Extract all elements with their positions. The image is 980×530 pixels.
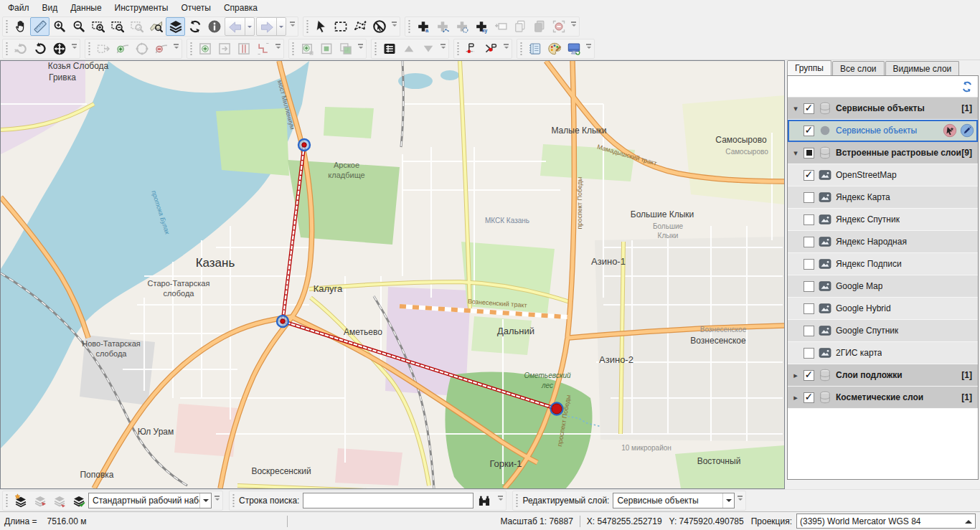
layer-checkbox[interactable] xyxy=(804,192,814,203)
topology-snap-end-button[interactable] xyxy=(481,39,501,58)
workset-select[interactable]: Стандартный рабочий набор xyxy=(88,493,212,508)
toolbar-overflow-icon[interactable] xyxy=(274,41,282,57)
toolbar-grip[interactable] xyxy=(5,19,9,34)
layer-checkbox[interactable] xyxy=(804,170,814,181)
layer-row[interactable]: Google Спутник xyxy=(788,320,978,342)
toolbar-overflow-icon[interactable] xyxy=(496,493,504,508)
layer-row[interactable]: Google Hybrid xyxy=(788,298,978,320)
edit-layer-icon[interactable] xyxy=(960,123,974,138)
layer-row[interactable]: Яндекс Карта xyxy=(788,186,978,209)
layer-row[interactable]: Яндекс Спутник xyxy=(788,209,978,231)
toolbar-overflow-icon[interactable] xyxy=(736,493,744,508)
select-by-polygon-button[interactable] xyxy=(350,17,369,36)
toolbar-overflow-icon[interactable] xyxy=(357,41,364,57)
create-object-by-coordinates-button[interactable] xyxy=(471,17,491,36)
style-editor-button[interactable] xyxy=(545,39,564,58)
zoom-in-rect-button[interactable] xyxy=(88,17,108,36)
menu-item[interactable]: Данные xyxy=(64,1,108,15)
toolbar-overflow-icon[interactable] xyxy=(502,41,510,57)
chevron-down-icon[interactable] xyxy=(722,493,734,508)
layer-row[interactable]: 2ГИС карта xyxy=(788,342,978,364)
highlight-objects-icon[interactable] xyxy=(943,123,957,138)
menu-item[interactable]: Справка xyxy=(217,1,264,15)
layer-checkbox[interactable] xyxy=(804,348,814,359)
layer-group-row[interactable]: ▾Встроенные растровые слои[9] xyxy=(788,142,978,164)
layer-checkbox[interactable] xyxy=(804,103,814,114)
expander-icon[interactable]: ▾ xyxy=(790,104,801,113)
layer-checkbox[interactable] xyxy=(804,326,814,336)
toolbar-overflow-icon[interactable] xyxy=(439,41,447,57)
workset-new-button[interactable] xyxy=(11,491,30,510)
tab-Группы[interactable]: Группы xyxy=(787,60,831,75)
zoom-out-button[interactable] xyxy=(69,17,88,36)
menu-item[interactable]: Файл xyxy=(1,1,36,15)
measurement-vertex-point[interactable] xyxy=(281,319,285,323)
toolbar-grip[interactable] xyxy=(407,19,411,34)
expander-icon[interactable]: ▾ xyxy=(790,148,801,158)
layer-filter-input[interactable] xyxy=(791,79,959,95)
layer-group-row[interactable]: ▾Сервисные объекты[1] xyxy=(788,98,978,120)
chevron-down-icon[interactable] xyxy=(199,493,211,508)
clear-selection-button[interactable] xyxy=(369,17,389,36)
object-info-button[interactable] xyxy=(204,17,224,36)
editable-layer-select[interactable]: Сервисные объекты xyxy=(613,493,735,508)
menu-item[interactable]: Инструменты xyxy=(108,1,175,15)
undo-button[interactable] xyxy=(30,39,50,58)
tab-Видимые слои[interactable]: Видимые слои xyxy=(885,61,960,75)
topology-snap-start-button[interactable] xyxy=(462,39,481,58)
layer-checkbox[interactable] xyxy=(804,214,814,225)
refresh-map-button[interactable] xyxy=(185,17,204,36)
layer-checkbox[interactable] xyxy=(804,370,814,381)
layer-row[interactable]: Google Map xyxy=(788,275,978,298)
toolbar-grip[interactable] xyxy=(5,42,9,56)
expander-icon[interactable]: ▸ xyxy=(790,393,801,402)
zoom-out-rect-button[interactable] xyxy=(108,17,127,36)
map-canvas[interactable]: Козья СлободаГривкамост МиллениумАрскоек… xyxy=(0,60,785,489)
measure-length-tool-button[interactable] xyxy=(30,17,50,36)
toolbar-grip[interactable] xyxy=(306,19,309,34)
layer-row[interactable]: Яндекс Народная xyxy=(788,231,978,253)
layer-checkbox[interactable] xyxy=(804,392,814,403)
menu-item[interactable]: Вид xyxy=(36,1,65,15)
toolbar-overflow-icon[interactable] xyxy=(70,41,78,57)
toolbar-overflow-icon[interactable] xyxy=(570,19,578,34)
attribute-table-button[interactable] xyxy=(380,39,399,58)
measurement-vertex-point[interactable] xyxy=(302,143,306,147)
layer-checkbox[interactable] xyxy=(804,148,814,158)
projection-select[interactable]: (3395) World Mercator WGS 84 xyxy=(796,514,976,529)
layer-checkbox[interactable] xyxy=(804,237,814,247)
layer-checkbox[interactable] xyxy=(804,259,814,270)
toolbar-overflow-icon[interactable] xyxy=(172,41,180,57)
toolbar-overflow-icon[interactable] xyxy=(390,19,398,34)
layer-group-row[interactable]: ▸Косметические слои[1] xyxy=(788,387,978,409)
toolbar-grip[interactable] xyxy=(88,42,91,56)
toolbar-grip[interactable] xyxy=(291,42,295,56)
toolbar-overflow-icon[interactable] xyxy=(213,493,221,508)
layer-checkbox[interactable] xyxy=(804,303,814,314)
measurement-vertex-point[interactable] xyxy=(552,404,562,414)
toolbar-grip[interactable] xyxy=(515,493,519,508)
find-button[interactable] xyxy=(473,491,495,510)
search-input[interactable] xyxy=(303,493,473,508)
toolbar-grip[interactable] xyxy=(232,493,235,508)
toolbar-grip[interactable] xyxy=(189,42,193,56)
toolbar-grip[interactable] xyxy=(374,42,377,56)
tab-Все слои[interactable]: Все слои xyxy=(832,61,885,75)
screen-settings-button[interactable] xyxy=(564,39,583,58)
refresh-layers-icon[interactable] xyxy=(959,79,975,95)
toolbar-grip[interactable] xyxy=(5,493,9,508)
menu-item[interactable]: Отчеты xyxy=(174,1,217,15)
workset-save-button[interactable] xyxy=(69,491,88,510)
select-object-button[interactable] xyxy=(311,17,331,36)
layer-group-row[interactable]: ▸Слои подложки[1] xyxy=(788,364,978,387)
layer-row[interactable]: OpenStreetMap xyxy=(788,164,978,186)
layer-checkbox[interactable] xyxy=(804,281,814,292)
classifier-editor-button[interactable] xyxy=(525,39,545,58)
expander-icon[interactable]: ▸ xyxy=(790,371,801,380)
toolbar-grip[interactable] xyxy=(519,42,523,56)
layer-checkbox[interactable] xyxy=(804,126,814,136)
zoom-full-extent-button[interactable] xyxy=(146,17,166,36)
create-object-button[interactable] xyxy=(413,17,433,36)
history-back-dropdown[interactable] xyxy=(245,18,254,35)
toolbar-overflow-icon[interactable] xyxy=(288,19,296,34)
